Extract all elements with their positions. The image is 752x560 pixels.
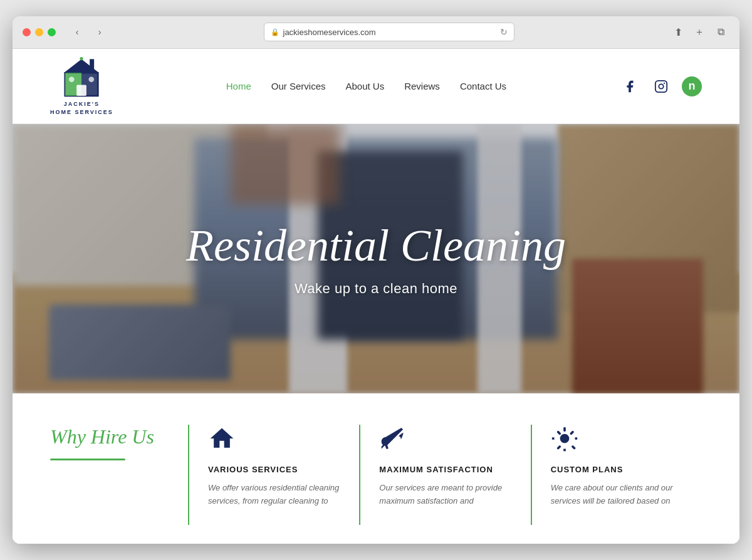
nextdoor-icon[interactable]: n xyxy=(682,76,702,96)
house-icon xyxy=(208,425,236,452)
new-tab-button[interactable]: ＋ xyxy=(691,23,708,41)
service-card-satisfaction: MAXIMUM SATISFACTION Our services are me… xyxy=(359,425,530,525)
nav-about[interactable]: About Us xyxy=(345,81,384,91)
maximize-button[interactable] xyxy=(48,28,56,36)
svg-rect-10 xyxy=(655,80,667,91)
logo-area: JACKIE'S HOME SERVICES xyxy=(50,56,113,116)
address-bar-container: 🔒 jackieshomeservices.com ↻ xyxy=(116,23,662,41)
service-card-various: VARIOUS SERVICES We offer various reside… xyxy=(188,425,359,525)
nav-services[interactable]: Our Services xyxy=(271,81,326,91)
nav-contact[interactable]: Contact Us xyxy=(460,81,506,91)
browser-titlebar: ‹ › 🔒 jackieshomeservices.com ↻ ⬆ ＋ ⧉ xyxy=(13,16,739,49)
various-desc: We offer various residential cleaning se… xyxy=(208,482,340,508)
why-underline xyxy=(50,459,125,460)
hand-sparkles-icon xyxy=(551,425,578,452)
svg-point-9 xyxy=(80,57,83,60)
hero-subtitle: Wake up to a clean home xyxy=(186,281,566,297)
why-title: Why Hire Us xyxy=(50,425,169,449)
lock-icon: 🔒 xyxy=(271,28,279,36)
address-bar[interactable]: 🔒 jackieshomeservices.com ↻ xyxy=(264,23,514,41)
window-controls xyxy=(23,28,56,36)
satisfaction-desc: Our services are meant to provide maximu… xyxy=(379,482,511,508)
instagram-icon[interactable] xyxy=(650,76,672,97)
svg-rect-5 xyxy=(77,85,87,96)
satisfaction-title: MAXIMUM SATISFACTION xyxy=(379,465,511,474)
share-button[interactable]: ⬆ xyxy=(669,23,687,41)
refresh-icon[interactable]: ↻ xyxy=(500,27,508,37)
svg-rect-6 xyxy=(90,59,95,69)
nav-reviews[interactable]: Reviews xyxy=(404,81,440,91)
svg-point-8 xyxy=(89,76,95,82)
why-section: Why Hire Us VARIOUS SERVICES We offer va… xyxy=(13,393,739,544)
various-icon-wrapper xyxy=(208,425,340,455)
website-content: JACKIE'S HOME SERVICES Home Our Services… xyxy=(13,49,739,544)
browser-actions: ⬆ ＋ ⧉ xyxy=(669,23,729,41)
why-left: Why Hire Us xyxy=(50,425,188,460)
social-icons: n xyxy=(619,76,702,97)
svg-point-7 xyxy=(69,76,75,82)
minimize-button[interactable] xyxy=(35,28,43,36)
svg-point-11 xyxy=(659,84,663,88)
url-text: jackieshomeservices.com xyxy=(283,28,376,37)
hero-title: Residential Cleaning xyxy=(186,221,566,271)
nav-controls: ‹ › xyxy=(68,23,108,41)
logo-svg xyxy=(60,56,103,100)
service-card-custom: CUSTOM PLANS We care about our clients a… xyxy=(531,425,702,525)
hero-content: Residential Cleaning Wake up to a clean … xyxy=(186,221,566,297)
satisfaction-icon-wrapper xyxy=(379,425,511,455)
nav-home[interactable]: Home xyxy=(226,81,251,91)
services-grid: VARIOUS SERVICES We offer various reside… xyxy=(188,425,702,525)
broom-icon xyxy=(379,425,407,452)
site-nav: Home Our Services About Us Reviews Conta… xyxy=(226,81,506,91)
various-title: VARIOUS SERVICES xyxy=(208,465,340,474)
browser-window: ‹ › 🔒 jackieshomeservices.com ↻ ⬆ ＋ ⧉ xyxy=(13,16,739,544)
back-button[interactable]: ‹ xyxy=(68,23,86,41)
custom-desc: We care about our clients and our servic… xyxy=(551,482,683,508)
facebook-icon[interactable] xyxy=(619,76,640,97)
custom-title: CUSTOM PLANS xyxy=(551,465,683,474)
svg-point-12 xyxy=(664,82,665,83)
forward-button[interactable]: › xyxy=(91,23,108,41)
logo-name: JACKIE'S HOME SERVICES xyxy=(50,100,113,116)
tabs-button[interactable]: ⧉ xyxy=(712,23,729,41)
custom-icon-wrapper xyxy=(551,425,683,455)
site-header: JACKIE'S HOME SERVICES Home Our Services… xyxy=(13,49,739,124)
close-button[interactable] xyxy=(23,28,31,36)
hero-section: Residential Cleaning Wake up to a clean … xyxy=(13,124,739,393)
